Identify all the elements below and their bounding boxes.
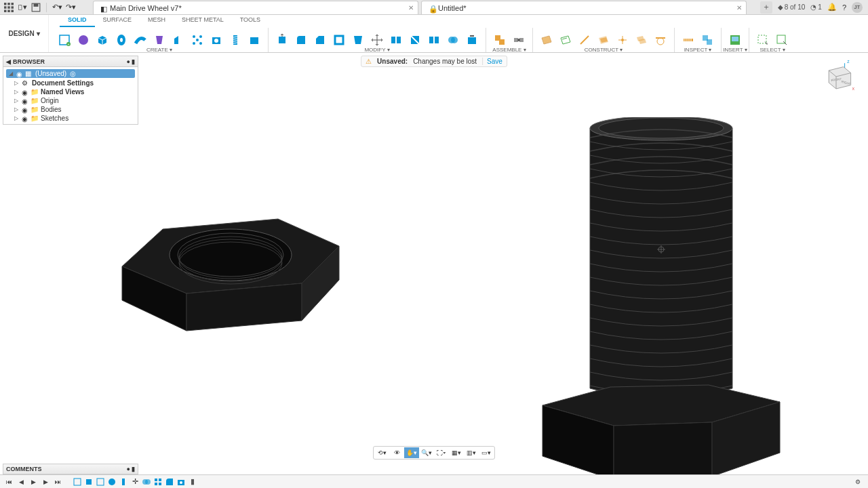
combine-tool[interactable] <box>444 31 462 49</box>
visibility-icon[interactable]: ◉ <box>22 106 28 113</box>
expand-icon[interactable]: ▷ <box>14 98 20 104</box>
timeline-back-button[interactable]: ◀ <box>16 477 26 487</box>
rib-tool[interactable] <box>170 31 187 49</box>
document-tab-1[interactable]: ◧ Main Drive Wheel v7* ✕ <box>93 1 418 14</box>
help-icon[interactable]: ? <box>842 3 846 12</box>
offset-plane-tool[interactable] <box>557 31 574 49</box>
tree-item-document-settings[interactable]: ▷ ⚙ Document Settings <box>3 79 138 87</box>
chamfer-tool[interactable] <box>311 31 329 49</box>
visibility-icon[interactable]: ◉ <box>16 70 23 77</box>
orbit-tool[interactable]: ⟲▾ <box>374 447 389 458</box>
display-tool[interactable]: ▦▾ <box>449 447 464 458</box>
comments-dot-icon[interactable]: ● <box>127 466 130 472</box>
undo-icon[interactable]: ↶▾ <box>52 3 62 12</box>
interference-tool[interactable] <box>698 31 716 49</box>
close-icon[interactable]: ✕ <box>736 4 742 12</box>
workspace-switcher[interactable]: DESIGN ▾ <box>0 15 49 52</box>
browser-pin-icon[interactable]: ▮ <box>132 58 135 65</box>
tree-root[interactable]: ◢ ◉ ▦ (Unsaved) ◎ <box>6 69 135 78</box>
expand-icon[interactable]: ▷ <box>14 89 20 95</box>
visibility-icon[interactable]: ◉ <box>22 98 28 104</box>
expand-icon[interactable]: ◢ <box>9 70 14 77</box>
joint-tool[interactable] <box>510 31 528 49</box>
feature-fillet-icon[interactable] <box>164 476 175 487</box>
save-icon[interactable] <box>31 3 41 12</box>
expand-icon[interactable]: ▷ <box>14 80 20 86</box>
feature-revolve-icon[interactable] <box>106 476 117 487</box>
viewport-tool[interactable]: ▭▾ <box>479 447 494 458</box>
group-label-modify[interactable]: MODIFY ▾ <box>364 47 389 53</box>
press-pull-tool[interactable] <box>273 31 291 49</box>
comments-pin-icon[interactable]: ▮ <box>132 466 135 472</box>
look-at-tool[interactable]: 👁 <box>389 447 404 458</box>
expand-icon[interactable]: ▷ <box>14 106 20 113</box>
tab-tools[interactable]: TOOLS <box>232 15 269 27</box>
feature-pattern-icon[interactable] <box>153 476 163 487</box>
collapse-icon[interactable]: ◀ <box>6 58 11 65</box>
hole-tool[interactable] <box>208 31 225 49</box>
thread-tool[interactable] <box>226 31 244 49</box>
feature-sketch-icon[interactable] <box>72 476 83 487</box>
save-button[interactable]: Save <box>482 58 502 65</box>
tree-item-named-views[interactable]: ▷ ◉ 📁 Named Views <box>3 87 138 96</box>
split-face-tool[interactable] <box>406 31 424 49</box>
browser-header[interactable]: ◀BROWSER ●▮ <box>3 56 138 67</box>
loft-tool[interactable] <box>151 31 168 49</box>
revolve-tool[interactable] <box>113 31 130 49</box>
zoom-tool[interactable]: 🔍▾ <box>419 447 434 458</box>
split-body-tool[interactable] <box>425 31 443 49</box>
fillet-tool[interactable] <box>292 31 310 49</box>
timeline-forward-button[interactable]: ▶ <box>41 477 50 487</box>
select-window-tool[interactable] <box>773 31 791 49</box>
timeline-play-button[interactable]: ▶ <box>28 477 38 487</box>
measure-tool[interactable] <box>679 31 697 49</box>
view-cube[interactable]: Z FRONT RIGHT X <box>818 58 854 95</box>
tab-sheet-metal[interactable]: SHEET METAL <box>174 15 232 27</box>
new-tab-button[interactable]: ＋ <box>760 1 772 14</box>
group-label-insert[interactable]: INSERT ▾ <box>723 47 747 53</box>
new-component-tool[interactable] <box>491 31 509 49</box>
tab-surface[interactable]: SURFACE <box>95 15 140 27</box>
job-status[interactable]: ◔ 1 <box>810 3 822 11</box>
group-label-inspect[interactable]: INSPECT ▾ <box>684 47 712 53</box>
extrude-tool[interactable] <box>94 31 111 49</box>
timeline-marker[interactable]: ▮ <box>187 476 198 487</box>
axis-tool[interactable] <box>576 31 593 49</box>
midplane-tool[interactable] <box>633 31 650 49</box>
new-sketch-tool[interactable]: + <box>56 31 73 49</box>
tab-mesh[interactable]: MESH <box>140 15 174 27</box>
group-label-select[interactable]: SELECT ▾ <box>760 47 785 53</box>
pan-tool[interactable]: ✋▾ <box>404 447 419 458</box>
user-avatar[interactable]: JT <box>852 2 863 13</box>
select-tool[interactable] <box>754 31 772 49</box>
redo-icon[interactable]: ↷▾ <box>66 3 75 12</box>
group-label-construct[interactable]: CONSTRUCT ▾ <box>585 47 623 53</box>
feature-thread-icon[interactable] <box>118 476 129 487</box>
point-tool[interactable] <box>614 31 631 49</box>
tree-item-origin[interactable]: ▷ ◉ 📁 Origin <box>3 96 138 105</box>
delete-tool[interactable] <box>463 31 481 49</box>
feature-combine-icon[interactable] <box>141 476 152 487</box>
feature-move-icon[interactable]: ✛ <box>130 476 140 487</box>
shell-tool[interactable] <box>330 31 348 49</box>
file-new-icon[interactable]: ▾ <box>18 3 27 12</box>
tree-item-sketches[interactable]: ▷ ◉ 📁 Sketches <box>3 114 138 123</box>
app-menu-icon[interactable] <box>4 3 14 12</box>
notification-icon[interactable]: 🔔 <box>827 3 837 12</box>
feature-hole-icon[interactable] <box>176 476 186 487</box>
sweep-tool[interactable] <box>132 31 149 49</box>
draft-tool[interactable] <box>349 31 367 49</box>
visibility-icon[interactable]: ◉ <box>22 89 28 96</box>
grid-tool[interactable]: ▥▾ <box>464 447 479 458</box>
feature-sketch-icon[interactable] <box>95 476 106 487</box>
tab-solid[interactable]: SOLID <box>60 15 95 27</box>
group-label-assemble[interactable]: ASSEMBLE ▾ <box>492 47 526 53</box>
hex-nut-model[interactable] <box>95 188 346 338</box>
move-tool[interactable] <box>368 31 386 49</box>
close-icon[interactable]: ✕ <box>408 4 414 12</box>
hex-bolt-model[interactable] <box>536 117 787 488</box>
fit-tool[interactable]: ⛶▾ <box>434 447 449 458</box>
align-tool[interactable] <box>387 31 405 49</box>
document-tab-2[interactable]: 🔒 Untitled* ✕ <box>421 1 747 14</box>
visibility-icon[interactable]: ◉ <box>22 115 28 122</box>
